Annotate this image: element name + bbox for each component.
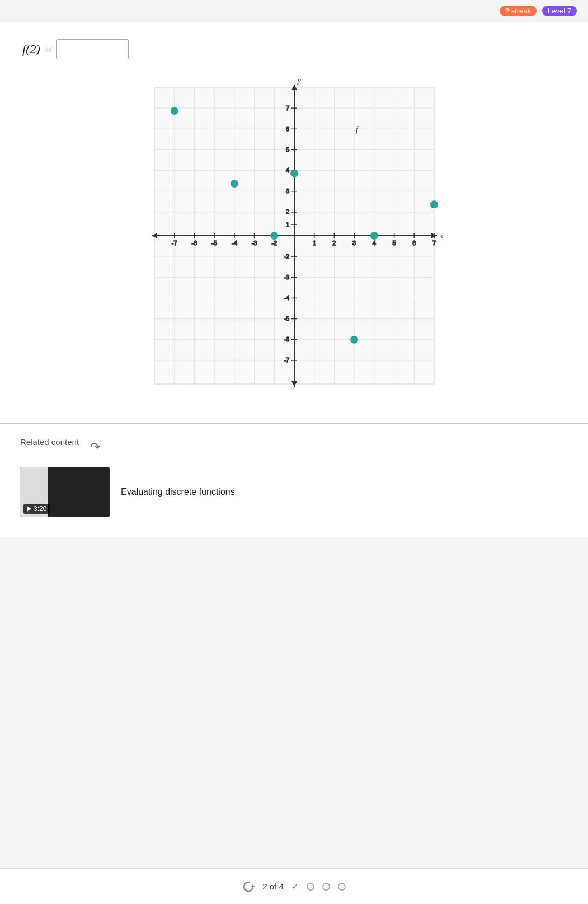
related-item-video[interactable]: 3:20 Evaluating discrete functions (20, 467, 568, 517)
point-0-3 (290, 170, 298, 177)
check-indicator: ✓ (291, 881, 299, 892)
video-thumbnail[interactable]: 3:20 (20, 467, 110, 517)
nav-dot-2 (322, 883, 330, 891)
point-neg3-2.5 (230, 180, 238, 188)
svg-text:2: 2 (332, 240, 336, 246)
play-icon (27, 506, 31, 512)
svg-text:-5: -5 (211, 240, 217, 246)
related-content-title: Related content (20, 437, 79, 447)
point-neg6-6 (170, 107, 178, 115)
point-neg1-0 (270, 232, 278, 240)
y-axis-label: y (297, 76, 301, 85)
video-duration: 3:20 (34, 505, 46, 513)
nav-dot-1 (307, 883, 314, 891)
top-bar: 2 streak Level 7 (0, 0, 588, 22)
point-3-neg5 (350, 336, 358, 344)
svg-text:-3: -3 (284, 274, 289, 280)
svg-text:7: 7 (285, 105, 289, 111)
svg-text:1: 1 (312, 240, 316, 246)
main-container: 2 streak Level 7 f(2) = (0, 0, 588, 904)
svg-text:-6: -6 (191, 240, 197, 246)
svg-text:6: 6 (412, 240, 416, 246)
bottom-navigation: 2 of 4 ✓ (0, 868, 588, 904)
equals-sign: = (45, 42, 51, 57)
x-axis-label: x (439, 231, 443, 240)
svg-text:-2: -2 (271, 240, 277, 246)
video-play-badge: 3:20 (23, 504, 50, 514)
svg-text:-3: -3 (251, 240, 257, 246)
coordinate-graph: -7 -6 -5 -4 -3 -2 (138, 76, 451, 401)
svg-text:5: 5 (285, 146, 289, 153)
svg-text:-2: -2 (284, 253, 289, 260)
svg-text:1: 1 (285, 221, 289, 228)
related-content-section: Related content ↷ 3:20 Evaluating discre… (0, 424, 588, 537)
svg-text:-4: -4 (232, 240, 237, 246)
refresh-icon[interactable] (242, 880, 255, 893)
answer-input[interactable] (56, 39, 129, 59)
question-area: f(2) = (0, 22, 588, 423)
svg-text:2: 2 (285, 208, 289, 215)
point-7-1.5 (430, 200, 438, 208)
svg-text:-7: -7 (284, 357, 289, 363)
point-4-0 (370, 232, 378, 240)
function-input-row: f(2) = (22, 39, 566, 59)
svg-text:4: 4 (372, 240, 375, 246)
progress-text: 2 of 4 (262, 882, 284, 891)
streak-badge: 2 streak (500, 6, 537, 16)
svg-text:-6: -6 (284, 336, 289, 343)
svg-text:-7: -7 (171, 240, 177, 246)
svg-text:6: 6 (285, 125, 289, 132)
svg-text:-4: -4 (284, 294, 289, 301)
bottom-spacer (0, 537, 588, 582)
svg-text:5: 5 (392, 240, 396, 246)
video-title[interactable]: Evaluating discrete functions (121, 487, 235, 497)
svg-text:4: 4 (285, 167, 289, 174)
level-badge: Level 7 (542, 6, 577, 16)
svg-text:3: 3 (352, 240, 356, 246)
cursor-icon: ↷ (90, 440, 100, 455)
svg-text:3: 3 (285, 188, 289, 194)
graph-container: -7 -6 -5 -4 -3 -2 (22, 76, 566, 401)
nav-dot-3 (338, 883, 346, 891)
svg-text:7: 7 (432, 240, 435, 246)
svg-text:-5: -5 (284, 315, 289, 322)
function-label: f(2) (22, 42, 40, 57)
svg-marker-90 (251, 884, 255, 887)
